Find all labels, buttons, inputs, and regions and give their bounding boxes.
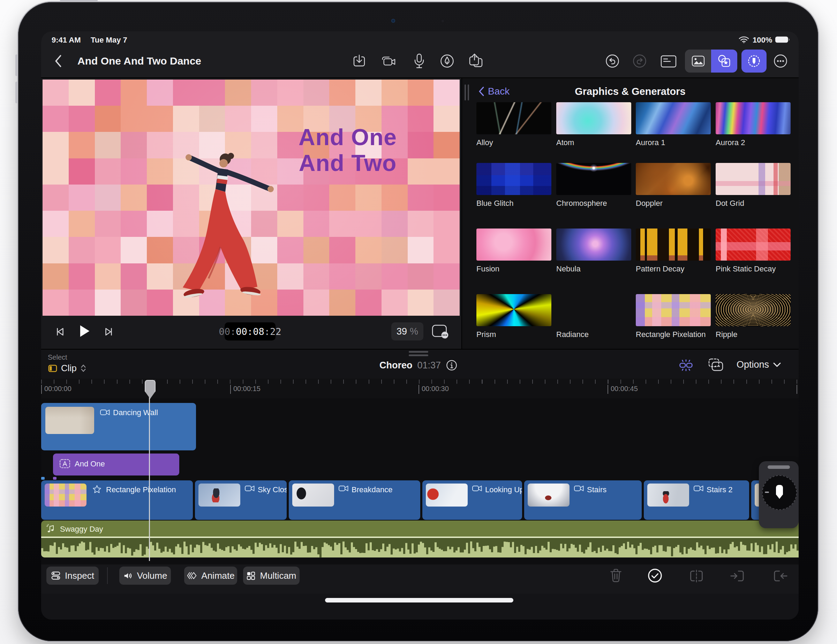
storyline-clip-sky-close[interactable]: Sky Close-… bbox=[195, 480, 287, 520]
generator-tile[interactable]: Chromosphere bbox=[556, 163, 631, 208]
undo-button[interactable] bbox=[605, 53, 620, 69]
import-icon[interactable] bbox=[351, 53, 367, 69]
battery-percent: 100% bbox=[753, 36, 772, 44]
jog-wheel-widget[interactable] bbox=[759, 461, 799, 528]
animate-button[interactable]: Animate bbox=[184, 567, 237, 585]
playhead-line[interactable] bbox=[149, 381, 150, 561]
camera-clip-icon bbox=[338, 485, 349, 492]
home-indicator[interactable] bbox=[325, 598, 514, 603]
share-icon[interactable] bbox=[468, 53, 484, 69]
storyline-clip-stairs[interactable]: Stairs bbox=[524, 480, 642, 520]
generator-thumb-rectangle-pixelation bbox=[636, 294, 711, 326]
titles-inspector-icon[interactable] bbox=[660, 54, 677, 68]
snapping-toggle-active[interactable] bbox=[677, 358, 695, 373]
generator-tile[interactable]: Rectangle Pixelation bbox=[636, 294, 711, 339]
project-info-group: Choreo 01:37 bbox=[363, 359, 474, 371]
connection-dot-purple bbox=[53, 477, 56, 480]
split-clip-button[interactable] bbox=[688, 569, 704, 583]
jog-wheel-toggle-active[interactable] bbox=[742, 49, 766, 72]
microphone-icon[interactable] bbox=[412, 53, 426, 69]
trim-end-button[interactable] bbox=[771, 569, 788, 583]
trim-start-button[interactable] bbox=[730, 569, 746, 583]
title-clip-and-one[interactable]: And One bbox=[53, 453, 179, 475]
generator-label: Atom bbox=[556, 138, 631, 147]
clip-label: Breakdance bbox=[351, 485, 392, 495]
storyline-clip-stairs-2[interactable]: Stairs 2 bbox=[644, 480, 749, 520]
play-button[interactable] bbox=[77, 324, 91, 340]
storyline-clip-looking-up[interactable]: Looking Up bbox=[422, 480, 522, 520]
options-menu-button[interactable]: Options bbox=[737, 359, 781, 370]
status-date: Tue May 7 bbox=[91, 36, 127, 44]
generator-tile[interactable]: Nebula bbox=[556, 228, 631, 273]
jog-wheel-grip[interactable] bbox=[768, 465, 790, 469]
generator-tile[interactable]: Aurora 1 bbox=[636, 102, 711, 147]
front-camera bbox=[391, 19, 395, 23]
clip-label: And One bbox=[75, 460, 105, 468]
title-clip-icon bbox=[59, 459, 71, 468]
timeline-project-duration: 01:37 bbox=[417, 360, 441, 371]
generator-tile[interactable]: Prism bbox=[476, 294, 551, 339]
viewer-title-line2: And Two bbox=[238, 150, 458, 176]
generator-label: Pink Static Decay bbox=[716, 264, 791, 273]
storyline-clip-rectangle-pixelation[interactable]: Rectangle Pixelation bbox=[41, 480, 193, 520]
zoom-level-control[interactable]: 39 % bbox=[391, 322, 423, 340]
timeline-drag-handle[interactable] bbox=[409, 351, 428, 356]
clip-label: Rectangle Pixelation bbox=[106, 485, 176, 495]
timecode-frames: :22 bbox=[264, 326, 281, 337]
skip-forward-button[interactable] bbox=[103, 326, 114, 338]
project-title: And One And Two Dance bbox=[77, 55, 201, 67]
multicam-label: Multicam bbox=[260, 570, 296, 581]
enable-clip-button[interactable] bbox=[647, 568, 663, 583]
generator-tile[interactable]: Alloy bbox=[476, 102, 551, 147]
connection-dot-blue bbox=[41, 477, 44, 480]
overwrite-mode-icon[interactable] bbox=[707, 357, 725, 373]
camera-clip-icon bbox=[245, 485, 255, 492]
inspect-button[interactable]: Inspect bbox=[46, 567, 99, 585]
generator-tile[interactable]: Aurora 2 bbox=[716, 102, 791, 147]
more-menu-button[interactable] bbox=[773, 53, 788, 69]
volume-button[interactable]: Volume bbox=[119, 567, 171, 585]
generator-label: Fusion bbox=[476, 264, 551, 273]
panel-title: Graphics & Generators bbox=[462, 86, 799, 97]
project-info-icon[interactable] bbox=[446, 359, 458, 371]
multicam-button[interactable]: Multicam bbox=[243, 567, 300, 585]
inspect-label: Inspect bbox=[65, 570, 94, 581]
select-tool-control[interactable]: Clip bbox=[48, 363, 87, 374]
draw-icon[interactable] bbox=[440, 53, 455, 69]
photos-browser-button[interactable] bbox=[685, 49, 711, 72]
clip-label: Sky Close-… bbox=[258, 485, 287, 495]
generator-tile[interactable]: Radiance bbox=[556, 294, 631, 339]
generator-label: Aurora 1 bbox=[636, 138, 711, 147]
clip-label: Stairs 2 bbox=[707, 485, 733, 495]
redo-button[interactable] bbox=[632, 53, 647, 69]
jog-wheel-dial[interactable] bbox=[762, 475, 797, 510]
volume-up-button bbox=[15, 54, 18, 76]
generator-tile[interactable]: Pattern Decay bbox=[636, 228, 711, 273]
camera-clip-icon bbox=[574, 485, 584, 492]
skip-back-button[interactable] bbox=[54, 326, 66, 338]
generator-thumb-atom bbox=[556, 102, 631, 134]
generator-tile[interactable]: Fusion bbox=[476, 228, 551, 273]
record-camera-icon[interactable] bbox=[379, 54, 397, 68]
generator-thumb-aurora2 bbox=[716, 102, 791, 134]
timecode-display[interactable]: 00:00:08:22 bbox=[225, 322, 276, 340]
audio-waveform-area bbox=[41, 538, 799, 557]
ruler-label: 00:00:15 bbox=[230, 385, 261, 394]
audio-clip-swaggy-day[interactable]: Swaggy Day bbox=[41, 521, 799, 557]
storyline-clip-breakdance[interactable]: Breakdance bbox=[289, 480, 420, 520]
generator-tile[interactable]: Atom bbox=[556, 102, 631, 147]
generator-tile[interactable]: Ripple bbox=[716, 294, 791, 339]
sensor-dot bbox=[441, 20, 444, 22]
clip-label: Swaggy Day bbox=[60, 525, 103, 534]
generator-tile[interactable]: Pink Static Decay bbox=[716, 228, 791, 273]
connected-clip-dancing-wall[interactable]: Dancing Wall bbox=[41, 403, 196, 450]
generator-thumb-dot-grid bbox=[716, 163, 791, 195]
graphics-browser-button-active[interactable] bbox=[711, 49, 737, 72]
delete-clip-button[interactable] bbox=[609, 568, 623, 583]
generator-tile[interactable]: Blue Glitch bbox=[476, 163, 551, 208]
generator-tile[interactable]: Dot Grid bbox=[716, 163, 791, 208]
generator-tile[interactable]: Doppler bbox=[636, 163, 711, 208]
wifi-icon bbox=[739, 36, 750, 44]
back-project-button[interactable] bbox=[54, 54, 62, 68]
viewer-display-options-icon[interactable] bbox=[431, 324, 449, 339]
